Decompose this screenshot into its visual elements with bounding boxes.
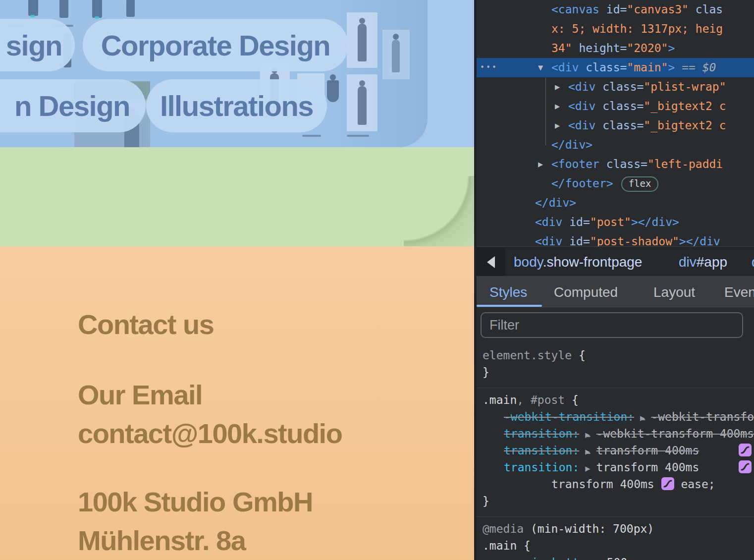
- node-menu-ellipsis-icon[interactable]: •••: [480, 58, 498, 77]
- tree-node[interactable]: ▶<div class="_bigtext2 c: [477, 116, 754, 135]
- style-rule-block: .main, #post {-webkit-transition:▶-webki…: [477, 388, 754, 516]
- sheet-corner-shadow: [404, 176, 474, 246]
- node-source: <div id="post-shadow"></div: [477, 232, 720, 246]
- tree-node-selected[interactable]: •••▼<div class="main"> == $0: [477, 58, 754, 77]
- tag-pill-label: Illustrations: [160, 89, 313, 122]
- css-property-name: transition:: [504, 461, 579, 474]
- tag-pill-label: Corporate Design: [101, 29, 330, 62]
- figure-thumbnail: [95, 16, 99, 19]
- css-property-name: -webkit-transition:: [504, 410, 634, 423]
- screen: sign Corporate Design n Design Illustrat…: [0, 0, 754, 560]
- devtools-panel: <canvas id="canvas3" clasx: 5; width: 13…: [477, 0, 754, 560]
- tag-pill-n-design[interactable]: n Design: [0, 79, 146, 132]
- tag-pill-illustrations[interactable]: Illustrations: [146, 79, 327, 132]
- styles-pane: element.style {}.main, #post {-webkit-tr…: [477, 343, 754, 560]
- css-selector-line[interactable]: }: [477, 493, 754, 509]
- cubic-bezier-icon[interactable]: [739, 460, 752, 473]
- contact-email-label: Our Email: [78, 379, 202, 411]
- collapse-arrow-icon[interactable]: ▼: [538, 58, 543, 77]
- style-rule-block: @media (min-width: 700px).main {margin-b…: [477, 516, 754, 560]
- css-declaration-continuation[interactable]: transform 400ms ease;: [477, 476, 754, 493]
- css-selector-line[interactable]: element.style {: [477, 347, 754, 364]
- css-declaration[interactable]: transition:▶transform 400ms: [477, 442, 754, 459]
- css-declaration[interactable]: -webkit-transition:▶-webkit-transform 40…: [477, 408, 754, 425]
- tree-node[interactable]: </div>: [477, 135, 754, 155]
- green-section: [0, 147, 474, 246]
- contact-email-link[interactable]: contact@100k.studio: [78, 417, 342, 449]
- tab-computed[interactable]: Computed: [554, 276, 618, 307]
- child-indent-guide: [545, 78, 546, 145]
- breadcrumb-back-button[interactable]: [477, 247, 505, 277]
- tag-pill-label: sign: [6, 29, 62, 62]
- tag-pill-label: n Design: [14, 89, 130, 122]
- breadcrumb-item-app[interactable]: div#app: [679, 247, 727, 277]
- elements-tree: <canvas id="canvas3" clasx: 5; width: 13…: [477, 0, 754, 246]
- tree-node[interactable]: <canvas id="canvas3" clas: [477, 0, 754, 19]
- tree-node[interactable]: </div>: [477, 193, 754, 213]
- contact-section: Contact us Our Email contact@100k.studio…: [0, 246, 474, 560]
- tree-node[interactable]: ▶<footer class="left-paddi: [477, 155, 754, 174]
- css-declaration[interactable]: transition:▶transform 400ms: [477, 459, 754, 476]
- figure-thumbnail: [28, 0, 38, 16]
- css-selector-line[interactable]: @media (min-width: 700px): [477, 520, 754, 537]
- contact-heading: Contact us: [78, 308, 214, 340]
- node-source: <canvas id="canvas3" clas: [477, 0, 723, 19]
- tab-layout[interactable]: Layout: [653, 276, 695, 307]
- expand-arrow-icon[interactable]: ▶: [555, 97, 560, 116]
- css-declaration[interactable]: transition:▶-webkit-transform 400ms: [477, 425, 754, 442]
- css-selector-line[interactable]: .main, #post {: [477, 392, 754, 408]
- expand-arrow-icon[interactable]: ▶: [538, 155, 543, 174]
- shorthand-expand-arrow-icon[interactable]: ▶: [579, 447, 596, 456]
- tree-node[interactable]: </footer>flex: [477, 174, 754, 193]
- figure-thumbnail: [59, 0, 68, 18]
- node-source: </div>: [477, 193, 576, 213]
- node-source: </div>: [477, 135, 592, 155]
- tab-styles[interactable]: Styles: [489, 276, 527, 307]
- styles-filter-input[interactable]: [481, 312, 743, 338]
- css-selector-line[interactable]: }: [477, 364, 754, 381]
- cubic-bezier-icon[interactable]: [661, 477, 674, 490]
- node-source: <div class="_bigtext2 c: [477, 97, 726, 116]
- portfolio-card: sign Corporate Design n Design Illustrat…: [0, 0, 428, 147]
- breadcrumb: body.show-frontpage div#app di: [477, 246, 754, 276]
- node-source: <footer class="left-paddi: [477, 155, 723, 174]
- breadcrumb-item-body[interactable]: body.show-frontpage: [514, 247, 642, 277]
- css-property-name: transition:: [504, 427, 579, 440]
- node-source: <div id="post"></div>: [477, 213, 679, 232]
- hero-blue-section: sign Corporate Design n Design Illustrat…: [0, 0, 474, 147]
- expand-arrow-icon[interactable]: ▶: [555, 116, 560, 135]
- figure-thumbnail: [358, 86, 367, 125]
- tree-node[interactable]: x: 5; width: 1317px; heig: [477, 19, 754, 39]
- tree-node[interactable]: <div id="post"></div>: [477, 213, 754, 232]
- shorthand-expand-arrow-icon[interactable]: ▶: [634, 413, 651, 423]
- css-property-name: transition:: [504, 444, 579, 457]
- figure-thumbnail: [92, 0, 102, 18]
- css-declaration[interactable]: margin-bottom: 500px;: [477, 554, 754, 560]
- node-source: x: 5; width: 1317px; heig: [477, 19, 723, 39]
- node-source: <div class="plist-wrap": [477, 77, 726, 97]
- tag-pill-corporate-design[interactable]: Corporate Design: [83, 19, 348, 71]
- expand-arrow-icon[interactable]: ▶: [555, 77, 560, 97]
- tree-node[interactable]: <div id="post-shadow"></div: [477, 232, 754, 246]
- figure-thumbnail: [358, 24, 367, 61]
- tree-node[interactable]: ▶<div class="_bigtext2 c: [477, 97, 754, 116]
- contact-company: 100k Studio GmbH: [78, 486, 313, 518]
- shorthand-expand-arrow-icon[interactable]: ▶: [579, 430, 596, 440]
- shorthand-expand-arrow-icon[interactable]: ▶: [579, 463, 596, 473]
- cubic-bezier-icon[interactable]: [739, 444, 752, 456]
- breadcrumb-item-next[interactable]: di: [752, 247, 754, 277]
- flex-badge[interactable]: flex: [621, 176, 659, 192]
- tab-event-listeners[interactable]: Event Listeners: [724, 276, 754, 307]
- tree-node[interactable]: 34" height="2020">: [477, 39, 754, 58]
- tag-pill-design[interactable]: sign: [0, 19, 75, 71]
- figure-thumbnail: [126, 0, 135, 17]
- css-property-name: margin-bottom:: [504, 556, 600, 560]
- thumbnail-caption: [302, 135, 321, 137]
- css-selector-line[interactable]: .main {: [477, 537, 754, 554]
- breadcrumb-back-icon: [487, 256, 495, 268]
- node-source: <div class="_bigtext2 c: [477, 116, 726, 135]
- node-source: </footer>: [477, 174, 613, 193]
- browser-viewport: sign Corporate Design n Design Illustrat…: [0, 0, 474, 560]
- styles-filter-bar: [477, 307, 754, 343]
- tree-node[interactable]: ▶<div class="plist-wrap": [477, 77, 754, 97]
